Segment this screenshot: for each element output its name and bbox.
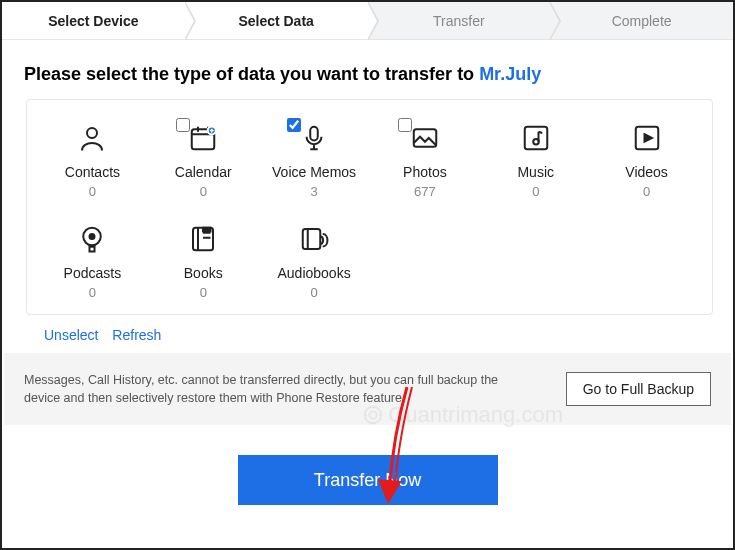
type-podcasts[interactable]: Podcasts 0 bbox=[37, 219, 148, 300]
type-label: Audiobooks bbox=[277, 265, 350, 281]
step-label: Transfer bbox=[433, 13, 485, 29]
type-count: 0 bbox=[89, 285, 96, 300]
type-voice-memos[interactable]: Voice Memos 3 bbox=[259, 118, 370, 199]
type-calendar[interactable]: Calendar 0 bbox=[148, 118, 259, 199]
type-voicememos-checkbox[interactable] bbox=[287, 118, 301, 132]
type-audiobooks[interactable]: Audiobooks 0 bbox=[259, 219, 370, 300]
videos-icon bbox=[627, 118, 667, 158]
svg-rect-4 bbox=[414, 129, 437, 147]
type-label: Videos bbox=[625, 164, 668, 180]
contacts-icon bbox=[72, 118, 112, 158]
music-icon bbox=[516, 118, 556, 158]
refresh-link[interactable]: Refresh bbox=[112, 327, 161, 343]
type-contacts[interactable]: Contacts 0 bbox=[37, 118, 148, 199]
type-label: Photos bbox=[403, 164, 447, 180]
type-photos-checkbox[interactable] bbox=[398, 118, 412, 132]
type-label: Contacts bbox=[65, 164, 120, 180]
transfer-now-button[interactable]: Transfer Now bbox=[238, 455, 498, 505]
svg-rect-12 bbox=[303, 229, 321, 249]
type-music[interactable]: Music 0 bbox=[480, 118, 591, 199]
data-types-panel: Contacts 0 Calendar 0 Voice Memos 3 bbox=[26, 99, 713, 315]
type-label: Music bbox=[517, 164, 554, 180]
svg-point-6 bbox=[533, 139, 539, 145]
unselect-link[interactable]: Unselect bbox=[44, 327, 98, 343]
prompt-text: Please select the type of data you want … bbox=[24, 64, 713, 85]
step-label: Complete bbox=[612, 13, 672, 29]
type-books[interactable]: Books 0 bbox=[148, 219, 259, 300]
step-label: Select Device bbox=[48, 13, 138, 29]
type-label: Calendar bbox=[175, 164, 232, 180]
type-count: 0 bbox=[200, 285, 207, 300]
step-select-device[interactable]: Select Device bbox=[2, 2, 185, 39]
type-videos[interactable]: Videos 0 bbox=[591, 118, 702, 199]
type-count: 0 bbox=[310, 285, 317, 300]
type-label: Voice Memos bbox=[272, 164, 356, 180]
books-icon bbox=[183, 219, 223, 259]
type-count: 3 bbox=[310, 184, 317, 199]
type-count: 0 bbox=[89, 184, 96, 199]
type-count: 677 bbox=[414, 184, 436, 199]
type-count: 0 bbox=[643, 184, 650, 199]
target-device-name: Mr.July bbox=[479, 64, 541, 84]
svg-rect-3 bbox=[310, 127, 318, 141]
audiobooks-icon bbox=[294, 219, 334, 259]
svg-point-9 bbox=[90, 234, 95, 239]
svg-point-0 bbox=[87, 128, 97, 138]
type-label: Books bbox=[184, 265, 223, 281]
step-label: Select Data bbox=[238, 13, 313, 29]
step-select-data[interactable]: Select Data bbox=[185, 2, 368, 39]
selection-links: Unselect Refresh bbox=[44, 327, 713, 343]
type-calendar-checkbox[interactable] bbox=[176, 118, 190, 132]
type-label: Podcasts bbox=[64, 265, 122, 281]
backup-notice: Messages, Call History, etc. cannot be t… bbox=[4, 353, 731, 425]
podcasts-icon bbox=[72, 219, 112, 259]
type-count: 0 bbox=[200, 184, 207, 199]
type-photos[interactable]: Photos 677 bbox=[370, 118, 481, 199]
wizard-steps: Select Device Select Data Transfer Compl… bbox=[2, 2, 733, 40]
go-to-full-backup-button[interactable]: Go to Full Backup bbox=[566, 372, 711, 406]
prompt-prefix: Please select the type of data you want … bbox=[24, 64, 479, 84]
svg-rect-11 bbox=[203, 228, 211, 232]
type-count: 0 bbox=[532, 184, 539, 199]
notice-text: Messages, Call History, etc. cannot be t… bbox=[24, 371, 504, 407]
step-transfer: Transfer bbox=[368, 2, 551, 39]
step-complete: Complete bbox=[550, 2, 733, 39]
